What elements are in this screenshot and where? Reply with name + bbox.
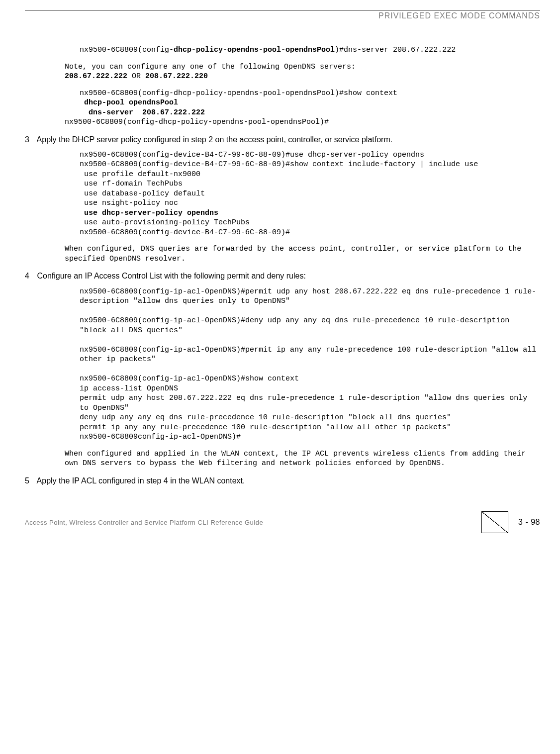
code-text: When configured, DNS queries are forward… <box>65 245 526 263</box>
code-block-3: nx9500-6C8809(config-dhcp-policy-opendns… <box>80 89 540 118</box>
code-text: nx9500-6C8809(config-device-B4-C7-99-6C-… <box>80 228 290 237</box>
code-block-3b: nx9500-6C8809(config-dhcp-policy-opendns… <box>65 117 540 127</box>
code-block-5: When configured, DNS queries are forward… <box>65 244 540 264</box>
code-text: When configured and applied in the WLAN … <box>65 450 530 468</box>
code-text: use auto-provisioning-policy TechPubs <box>80 218 250 227</box>
code-text: deny udp any any eq dns rule-precedence … <box>80 413 451 422</box>
code-text: use database-policy default <box>80 189 205 198</box>
code-text: nx9500-6C8809(config-ip-acl-OpenDNS)#per… <box>80 287 536 306</box>
code-bold: dns-server 208.67.222.222 <box>80 108 205 117</box>
code-text: permit ip any any rule-precedence 100 ru… <box>80 423 451 432</box>
code-text: nx9500-6C8809(config-device-B4-C7-99-6C-… <box>80 151 424 159</box>
page-content: PRIVILEGED EXEC MODE COMMANDS nx9500-6C8… <box>0 0 560 506</box>
step-5: 5 Apply the IP ACL configured in step 4 … <box>25 475 540 486</box>
code-text: nx9500-6C8809config-ip-acl-OpenDNS)# <box>80 433 241 441</box>
code-text: nx9500-6C8809(config-ip-acl-OpenDNS)#den… <box>80 316 514 335</box>
code-text: nx9500-6C8809(config-dhcp-policy-opendns… <box>80 89 397 97</box>
step-number: 5 <box>25 475 35 486</box>
step-text: Apply the IP ACL configured in step 4 in… <box>37 476 245 485</box>
code-text: nx9500-6C8809(config-ip-acl-OpenDNS)#sho… <box>80 375 299 383</box>
code-text: nx9500-6C8809(config-ip-acl-OpenDNS)#per… <box>80 346 541 364</box>
code-text: use nsight-policy noc <box>80 199 178 207</box>
code-bold: dhcp-policy-opendns-pool-opendnsPool <box>174 46 335 54</box>
code-text: nx9500-6C8809(config-device-B4-C7-99-6C-… <box>80 160 478 169</box>
step-3: 3 Apply the DHCP server policy configure… <box>25 134 540 145</box>
code-text: use profile default-nx9000 <box>80 170 200 179</box>
step-text: Apply the DHCP server policy configured … <box>37 135 393 144</box>
code-block-7: When configured and applied in the WLAN … <box>65 449 540 469</box>
slash-icon <box>481 511 508 533</box>
footer-right: 3 - 98 <box>481 511 540 533</box>
header-divider <box>25 10 540 10</box>
footer-left-text: Access Point, Wireless Controller and Se… <box>25 519 481 526</box>
code-block-6: nx9500-6C8809(config-ip-acl-OpenDNS)#per… <box>80 287 540 442</box>
code-text: )#dns-server 208.67.222.222 <box>335 46 456 54</box>
code-text: use rf-domain TechPubs <box>80 180 183 188</box>
step-4: 4 Configure an IP Access Control List wi… <box>25 271 540 282</box>
code-text: Note, you can configure any one of the f… <box>65 63 360 71</box>
code-bold: 208.67.222.222 <box>65 72 127 81</box>
code-text: ip access-list OpenDNS <box>80 384 178 393</box>
step-number: 4 <box>25 271 35 282</box>
code-text: OR <box>127 72 145 81</box>
step-text: Configure an IP Access Control List with… <box>37 272 305 280</box>
step-number: 3 <box>25 134 35 145</box>
code-block-1: nx9500-6C8809(config-dhcp-policy-opendns… <box>80 45 540 55</box>
page-number: 3 - 98 <box>518 518 540 527</box>
code-bold: 208.67.222.220 <box>145 72 208 81</box>
code-block-4: nx9500-6C8809(config-device-B4-C7-99-6C-… <box>80 150 540 238</box>
code-text: nx9500-6C8809(config- <box>80 46 174 54</box>
code-block-2: Note, you can configure any one of the f… <box>65 62 540 82</box>
header-title: PRIVILEGED EXEC MODE COMMANDS <box>25 11 540 20</box>
page-footer: Access Point, Wireless Controller and Se… <box>0 506 560 543</box>
code-text: permit udp any host 208.67.222.222 eq dn… <box>80 394 532 412</box>
code-bold: dhcp-pool opendnsPool <box>80 98 178 107</box>
code-bold: use dhcp-server-policy opendns <box>80 209 218 217</box>
code-text: nx9500-6C8809(config-dhcp-policy-opendns… <box>65 118 329 126</box>
